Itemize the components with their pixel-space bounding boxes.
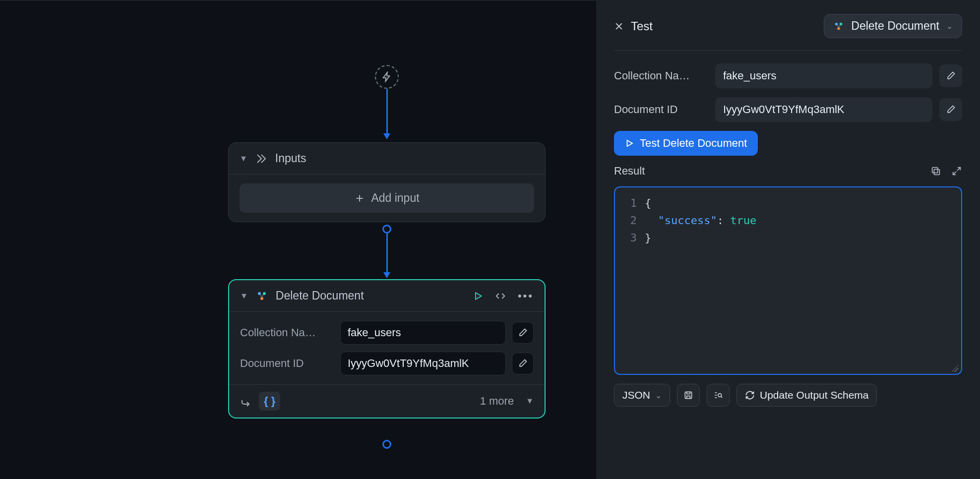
format-label: JSON	[622, 389, 650, 401]
json-key: "success"	[658, 214, 717, 227]
test-button-label: Test Delete Document	[640, 137, 747, 150]
field-value[interactable]: IyyyGw0VtT9YfMq3amlK	[340, 352, 506, 375]
svg-rect-8	[685, 392, 691, 398]
update-output-schema-button[interactable]: Update Output Schema	[736, 384, 877, 407]
node-header: ▼ Inputs	[229, 143, 545, 175]
more-outputs-label: 1 more	[480, 395, 514, 408]
close-panel-button[interactable]	[614, 21, 624, 31]
result-footer: JSON ⌄ Update Output Schema	[614, 384, 962, 407]
output-port[interactable]	[382, 225, 391, 234]
plus-icon	[354, 193, 365, 204]
chevron-down-icon: ⌄	[946, 21, 953, 31]
node-footer: { } 1 more ▼	[229, 384, 545, 418]
inspect-result-button[interactable]	[707, 384, 730, 407]
save-result-button[interactable]	[677, 384, 700, 407]
edit-field-button[interactable]	[939, 98, 962, 121]
trigger-node[interactable]	[375, 65, 399, 89]
chevron-down-icon[interactable]: ▼	[526, 397, 534, 406]
json-value: true	[730, 214, 756, 227]
field-label: Document ID	[614, 103, 708, 116]
result-label: Result	[614, 165, 645, 178]
test-node-button[interactable]: Test Delete Document	[614, 131, 758, 156]
field-label: Collection Na…	[240, 326, 334, 339]
run-node-button[interactable]	[473, 291, 483, 301]
node-header: ▼ Delete Document •••	[229, 280, 545, 312]
resize-handle[interactable]	[951, 365, 958, 372]
connector	[386, 234, 388, 273]
field-label: Collection Na…	[614, 69, 708, 82]
field-label: Document ID	[240, 357, 334, 370]
arrowhead-icon	[383, 272, 390, 278]
chevron-down-icon[interactable]: ▼	[240, 292, 248, 300]
format-selector[interactable]: JSON ⌄	[614, 384, 670, 407]
json-output-chip[interactable]: { }	[259, 392, 280, 411]
edit-field-button[interactable]	[512, 353, 534, 374]
node-selector-dropdown[interactable]: Delete Document ⌄	[824, 14, 962, 38]
node-title: Delete Document	[276, 289, 465, 302]
code-view-button[interactable]	[494, 291, 507, 301]
arrowhead-icon	[383, 133, 390, 139]
workflow-canvas[interactable]: ▼ Inputs Add input ▼ Delete Document	[0, 0, 596, 479]
node-selector-label: Delete Document	[851, 19, 939, 33]
edit-field-button[interactable]	[939, 64, 962, 87]
node-title: Inputs	[275, 152, 534, 165]
chevron-down-icon: ⌄	[655, 391, 662, 400]
edit-field-button[interactable]	[512, 322, 534, 344]
integration-icon	[256, 290, 268, 302]
delete-document-node[interactable]: ▼ Delete Document ••• Collection Na… fak…	[228, 279, 546, 419]
more-menu-button[interactable]: •••	[518, 290, 534, 302]
panel-field-collection: Collection Na… fake_users	[614, 63, 962, 88]
chevron-down-icon[interactable]: ▼	[240, 154, 247, 163]
panel-field-document-id: Document ID IyyyGw0VtT9YfMq3amlK	[614, 97, 962, 122]
svg-rect-7	[932, 168, 938, 173]
add-input-button[interactable]: Add input	[240, 183, 534, 213]
copy-result-button[interactable]	[930, 166, 941, 177]
svg-rect-6	[934, 169, 939, 175]
update-schema-label: Update Output Schema	[760, 389, 868, 401]
output-arrow-icon	[240, 395, 252, 407]
test-panel: Test Delete Document ⌄ Collection Na… fa…	[596, 0, 980, 479]
inputs-node[interactable]: ▼ Inputs Add input	[228, 142, 546, 222]
integration-icon	[833, 21, 844, 32]
add-input-label: Add input	[371, 191, 419, 205]
panel-title: Test	[631, 19, 817, 33]
divider	[614, 50, 962, 51]
field-document-id: Document ID IyyyGw0VtT9YfMq3amlK	[240, 352, 534, 375]
output-port[interactable]	[382, 440, 391, 449]
connector	[386, 89, 388, 134]
expand-result-button[interactable]	[951, 166, 962, 177]
field-value[interactable]: fake_users	[340, 321, 506, 345]
result-code-box[interactable]: 1{ 2 "success": true 3}	[614, 186, 962, 375]
svg-point-9	[718, 394, 722, 397]
field-value[interactable]: fake_users	[715, 63, 932, 88]
field-value[interactable]: IyyyGw0VtT9YfMq3amlK	[715, 97, 932, 122]
inputs-icon	[255, 153, 267, 165]
field-collection-name: Collection Na… fake_users	[240, 321, 534, 345]
